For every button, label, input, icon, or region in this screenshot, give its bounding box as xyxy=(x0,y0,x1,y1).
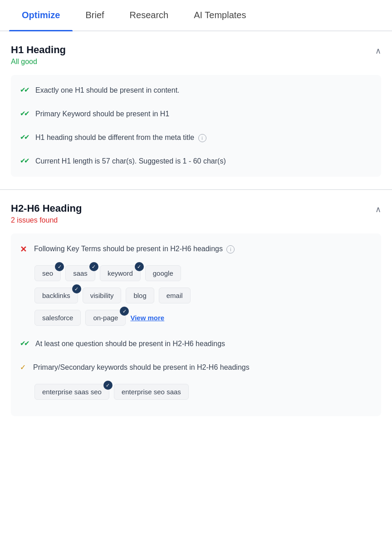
h2-check-text-3: Primary/Secondary keywords should be pre… xyxy=(33,362,250,373)
view-more-link[interactable]: View more xyxy=(130,310,164,325)
h1-section-title: H1 Heading xyxy=(11,44,66,56)
h2-h6-heading-section: H2-H6 Heading 2 issues found ∧ ✕ Followi… xyxy=(0,190,392,416)
h2-check-item-2: At least one question should be present … xyxy=(11,332,381,356)
tab-ai-templates[interactable]: AI Templates xyxy=(181,0,259,30)
tab-brief[interactable]: Brief xyxy=(73,0,117,30)
tag-on-page-badge xyxy=(120,307,129,316)
tag-saas-badge xyxy=(89,262,98,271)
h1-check-item-1: Exactly one H1 should be present in cont… xyxy=(11,79,381,102)
h1-check-info-icon-3: i xyxy=(198,134,206,142)
tag-seo: seo xyxy=(34,265,61,281)
tag-enterprise-seo-saas: enterprise seo saas xyxy=(114,384,189,400)
h2-checks-container: ✕ Following Key Terms should be present … xyxy=(11,233,381,416)
tag-keyword: keyword xyxy=(100,265,141,281)
h2-section-status: 2 issues found xyxy=(11,216,82,224)
tab-research[interactable]: Research xyxy=(117,0,181,30)
h2-tags-row-3: salesforce on-page View more xyxy=(11,310,381,332)
tag-saas: saas xyxy=(65,265,95,281)
h1-check-pass-icon-3 xyxy=(20,133,28,141)
h1-check-item-3: H1 heading should be different from the … xyxy=(11,126,381,149)
h2-section-header[interactable]: H2-H6 Heading 2 issues found ∧ xyxy=(11,203,381,224)
h1-chevron-icon: ∧ xyxy=(375,46,381,56)
h1-check-text-1: Exactly one H1 should be present in cont… xyxy=(35,85,180,96)
h2-check-fail-icon-1: ✕ xyxy=(20,244,27,254)
tag-keyword-badge xyxy=(135,262,144,271)
h2-check-text-1: Following Key Terms should be present in… xyxy=(34,243,235,254)
h2-tags-row-2: backlinks visibility blog email xyxy=(11,288,381,310)
h1-check-text-3: H1 heading should be different from the … xyxy=(35,132,206,143)
h1-section-header[interactable]: H1 Heading All good ∧ xyxy=(11,44,381,66)
h1-check-pass-icon-4 xyxy=(20,157,28,165)
tag-seo-badge xyxy=(55,262,64,271)
h2-check-text-2: At least one question should be present … xyxy=(35,338,225,349)
tag-google: google xyxy=(145,265,181,281)
tag-backlinks: backlinks xyxy=(34,288,78,303)
h1-check-item-4: Current H1 length is 57 char(s). Suggest… xyxy=(11,149,381,173)
h2-check-pass-icon-2 xyxy=(20,339,28,347)
h1-check-text-4: Current H1 length is 57 char(s). Suggest… xyxy=(35,156,226,167)
h2-check-item-3: ✓ Primary/Secondary keywords should be p… xyxy=(11,356,381,379)
h1-check-text-2: Primary Keyword should be present in H1 xyxy=(35,109,169,119)
tab-optimize[interactable]: Optimize xyxy=(9,0,73,30)
tag-on-page: on-page xyxy=(85,310,126,326)
tag-visibility: visibility xyxy=(83,288,122,303)
h1-check-item-2: Primary Keyword should be present in H1 xyxy=(11,102,381,126)
h1-checks-container: Exactly one H1 should be present in cont… xyxy=(11,75,381,177)
tag-enterprise-saas-seo-badge xyxy=(103,381,113,390)
h1-check-pass-icon-1 xyxy=(20,86,28,94)
h1-section-status: All good xyxy=(11,58,66,66)
tag-salesforce: salesforce xyxy=(34,310,81,326)
h2-section-title: H2-H6 Heading xyxy=(11,203,82,214)
h1-heading-section: H1 Heading All good ∧ Exactly one H1 sho… xyxy=(0,31,392,177)
h2-tags-row-1: seo saas keyword google xyxy=(11,261,381,288)
h2-check-warn-icon-3: ✓ xyxy=(20,363,26,372)
h2-chevron-icon: ∧ xyxy=(375,204,381,214)
tab-navigation: Optimize Brief Research AI Templates xyxy=(0,0,392,31)
tag-blog: blog xyxy=(126,288,154,303)
h1-check-pass-icon-2 xyxy=(20,109,28,118)
h2-bottom-tags: enterprise saas seo enterprise seo saas xyxy=(11,379,381,412)
tag-backlinks-badge xyxy=(72,284,81,293)
tag-email: email xyxy=(159,288,191,303)
h2-check-item-1: ✕ Following Key Terms should be present … xyxy=(11,237,381,261)
h2-check-info-icon-1: i xyxy=(226,245,235,253)
tag-enterprise-saas-seo: enterprise saas seo xyxy=(34,384,109,400)
